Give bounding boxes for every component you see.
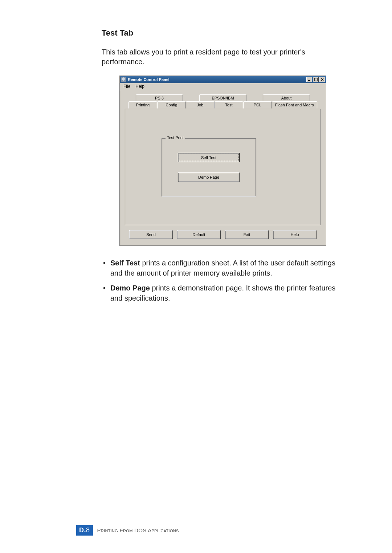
bullet-list: Self Test prints a configuration sheet. … (102, 258, 344, 303)
group-label: Test Print (166, 135, 185, 140)
tab-job[interactable]: Job (186, 101, 215, 109)
exit-button[interactable]: Exit (225, 230, 269, 239)
footer-text: Printing From DOS Applications (97, 527, 179, 533)
badge-letter: D. (79, 526, 86, 534)
section-heading: Test Tab (102, 28, 344, 38)
tab-panel-test: Test Print Self Test Demo Page (125, 109, 321, 225)
window-title: Remote Control Panel (128, 77, 170, 82)
bullet-text: prints a configuration sheet. A list of … (110, 259, 335, 277)
badge-number: 8 (86, 526, 90, 534)
tab-about[interactable]: About (263, 94, 310, 102)
bullet-bold: Demo Page (110, 284, 150, 292)
intro-paragraph: This tab allows you to print a resident … (102, 47, 344, 67)
svg-rect-1 (314, 78, 317, 81)
tab-pcl[interactable]: PCL (243, 101, 272, 109)
bullet-self-test: Self Test prints a configuration sheet. … (102, 258, 344, 278)
tab-ps3[interactable]: PS 3 (136, 94, 183, 102)
self-test-button[interactable]: Self Test (178, 153, 240, 162)
send-button[interactable]: Send (129, 230, 173, 239)
svg-rect-0 (308, 80, 310, 81)
close-button[interactable] (319, 77, 325, 82)
demo-page-button[interactable]: Demo Page (178, 172, 240, 182)
test-print-group: Test Print Self Test Demo Page (162, 138, 256, 196)
titlebar: Remote Control Panel (120, 76, 326, 83)
remote-control-panel-window: Remote Control Panel File Help (119, 76, 326, 246)
menubar: File Help (120, 83, 326, 91)
menu-file[interactable]: File (123, 84, 130, 89)
bullet-demo-page: Demo Page prints a demonstration page. I… (102, 283, 344, 303)
default-button[interactable]: Default (177, 230, 221, 239)
bullet-bold: Self Test (110, 259, 140, 267)
tab-epson-ibm[interactable]: EPSON/IBM (199, 94, 246, 102)
tab-printing[interactable]: Printing (128, 101, 157, 109)
tab-flash-font-macro[interactable]: Flash Font and Macro (272, 101, 317, 109)
tab-test[interactable]: Test (215, 101, 243, 109)
tab-config[interactable]: Config (157, 101, 186, 109)
help-button[interactable]: Help (273, 230, 317, 239)
minimize-button[interactable] (306, 77, 312, 82)
app-icon (121, 77, 126, 82)
menu-help[interactable]: Help (135, 84, 144, 89)
page-number-badge: D.8 (76, 525, 93, 536)
page-footer: D.8 Printing From DOS Applications (76, 525, 179, 536)
maximize-button[interactable] (313, 77, 319, 82)
